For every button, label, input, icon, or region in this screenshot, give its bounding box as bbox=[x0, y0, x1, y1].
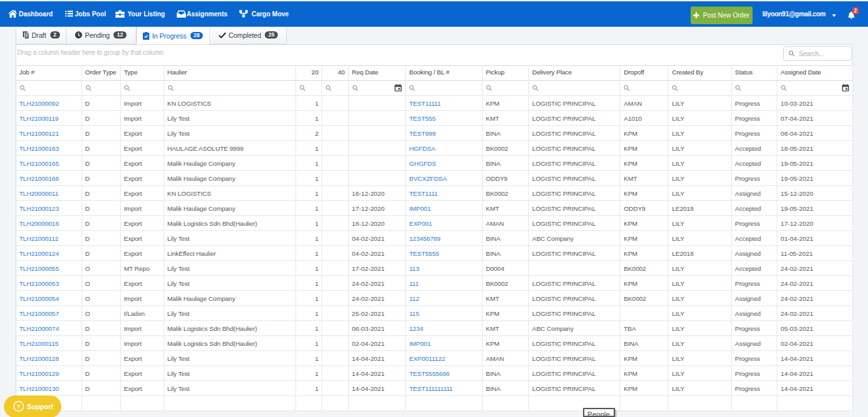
svg-text:?: ? bbox=[16, 403, 20, 410]
